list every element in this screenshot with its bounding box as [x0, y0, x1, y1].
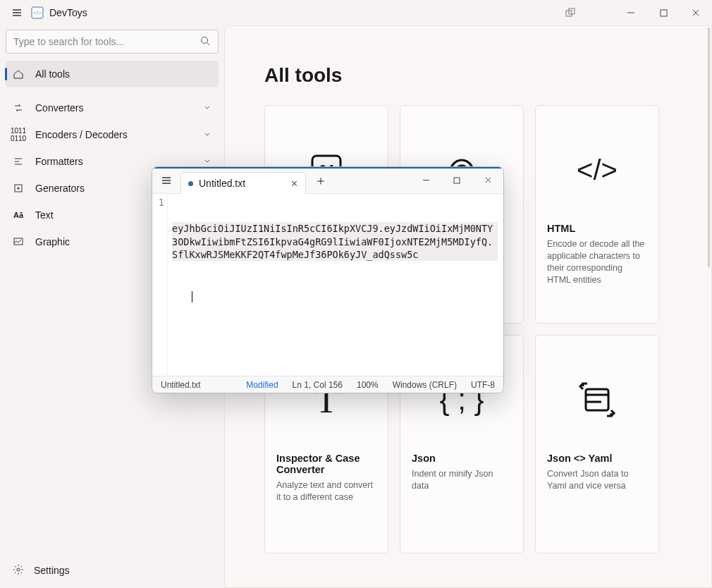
notepad-minimize-button[interactable]: [410, 167, 441, 194]
search-input[interactable]: [13, 36, 200, 47]
chevron-down-icon: [203, 129, 211, 140]
chevron-down-icon: [203, 102, 211, 114]
notepad-tab[interactable]: Untitled.txt ✕: [180, 172, 306, 195]
close-button[interactable]: [680, 0, 712, 25]
swap-icon: [547, 347, 647, 453]
svg-rect-12: [586, 389, 608, 410]
binary-icon: 10110110: [11, 127, 25, 142]
app-logo-title: </> DevToys: [31, 6, 87, 19]
html-icon: </>: [547, 117, 647, 223]
sidebar-item-all-tools[interactable]: All tools: [6, 61, 219, 87]
card-desc: Encode or decode all the applicable char…: [547, 238, 647, 286]
scrollbar[interactable]: [708, 27, 710, 267]
sidebar-item-settings[interactable]: Settings: [6, 557, 219, 584]
modified-dot-icon: [188, 181, 193, 186]
card-title: HTML: [547, 223, 647, 234]
sidebar-item-label: Graphic: [35, 236, 70, 247]
notepad-editor[interactable]: 1 eyJhbGciOiJIUzI1NiIsInR5cCI6IkpXVCJ9.e…: [152, 194, 503, 376]
new-tab-button[interactable]: ＋: [314, 172, 327, 189]
notepad-statusbar: Untitled.txt Modified Ln 1, Col 156 100%…: [152, 376, 503, 393]
card-title: Json <> Yaml: [547, 453, 647, 464]
text-cursor: [172, 290, 498, 302]
editor-content[interactable]: eyJhbGciOiJIUzI1NiIsInR5cCI6IkpXVCJ9.eyJ…: [168, 194, 503, 376]
svg-rect-13: [454, 178, 460, 183]
svg-text:</>: </>: [33, 9, 42, 16]
generator-icon: [11, 183, 25, 194]
card-desc: Indent or minify Json data: [412, 468, 512, 492]
sidebar-item-converters[interactable]: Converters: [6, 94, 219, 121]
sidebar-item-label: Converters: [35, 102, 83, 114]
editor-text[interactable]: eyJhbGciOiJIUzI1NiIsInR5cCI6IkpXVCJ9.eyJ…: [172, 222, 498, 261]
minimize-button[interactable]: [615, 0, 647, 25]
status-eol: Windows (CRLF): [393, 380, 457, 390]
status-filename: Untitled.txt: [161, 380, 201, 390]
hamburger-button[interactable]: [3, 0, 31, 25]
notepad-window[interactable]: Untitled.txt ✕ ＋ 1 eyJhbGciOiJIUzI1NiIsI…: [152, 166, 504, 393]
status-modified: Modified: [246, 380, 278, 390]
sidebar-item-label: All tools: [35, 68, 70, 80]
notepad-maximize-button[interactable]: [441, 167, 472, 194]
sidebar-item-label: Text: [35, 209, 54, 221]
card-desc: Analyze text and convert it to a differe…: [276, 479, 376, 503]
svg-point-5: [202, 37, 208, 43]
search-icon[interactable]: [200, 35, 211, 49]
status-encoding: UTF-8: [471, 380, 495, 390]
sidebar-item-label: Formatters: [35, 156, 83, 167]
sidebar-item-encoders[interactable]: 10110110 Encoders / Decoders: [6, 121, 219, 148]
notepad-menu-button[interactable]: [152, 167, 180, 194]
status-position: Ln 1, Col 156: [293, 380, 343, 390]
text-icon: Aā: [11, 211, 25, 219]
close-tab-icon[interactable]: ✕: [290, 178, 298, 189]
app-title: DevToys: [49, 7, 87, 18]
card-desc: Convert Json data to Yaml and vice versa: [547, 468, 647, 492]
page-title: All tools: [264, 64, 672, 87]
app-logo-icon: </>: [31, 6, 44, 19]
status-zoom: 100%: [357, 380, 379, 390]
tab-title: Untitled.txt: [199, 178, 245, 189]
svg-rect-4: [661, 10, 667, 16]
app-titlebar: </> DevToys: [0, 0, 712, 25]
chevron-down-icon: [203, 156, 211, 167]
sidebar-item-label: Generators: [35, 183, 85, 194]
notepad-titlebar[interactable]: Untitled.txt ✕ ＋: [152, 167, 503, 194]
card-title: Inspector & Case Converter: [276, 453, 376, 475]
home-icon: [11, 68, 25, 80]
tool-card-json-yaml[interactable]: Json <> Yaml Convert Json data to Yaml a…: [535, 335, 659, 553]
maximize-button[interactable]: [647, 0, 680, 25]
notepad-close-button[interactable]: [472, 167, 503, 194]
sidebar-item-label: Encoders / Decoders: [35, 129, 128, 140]
graphic-icon: [11, 236, 25, 247]
convert-icon: [11, 102, 25, 114]
settings-label: Settings: [34, 565, 70, 576]
picture-in-picture-button[interactable]: [554, 0, 587, 25]
search-box[interactable]: [6, 30, 219, 54]
tool-card-html[interactable]: </> HTML Encode or decode all the applic…: [535, 105, 659, 324]
formatter-icon: [11, 156, 25, 167]
svg-point-7: [18, 188, 20, 190]
svg-point-9: [17, 568, 20, 571]
gear-icon: [13, 564, 24, 577]
card-title: Json: [412, 453, 512, 464]
line-number-gutter: 1: [152, 194, 168, 376]
